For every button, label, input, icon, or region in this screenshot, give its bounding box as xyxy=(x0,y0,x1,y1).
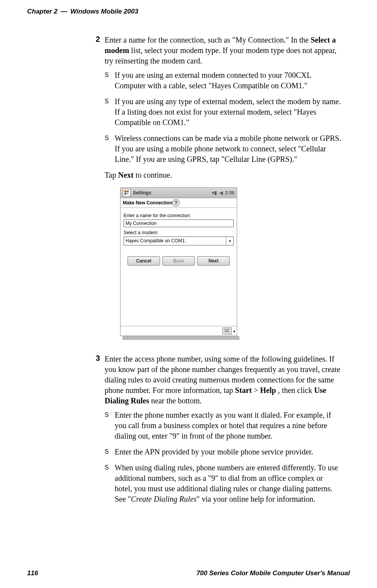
mock-titlebar: Settings ▾▮ ◀ 2:06 xyxy=(121,188,237,198)
connection-name-input[interactable] xyxy=(124,219,234,227)
step-3: 3 Enter the access phone number, using s… xyxy=(89,354,342,510)
help-icon[interactable]: ? xyxy=(172,199,180,207)
step-2-bullet-2: If you are using any type of external mo… xyxy=(105,96,342,128)
mock-subtitle-bar: Make New Connection ? xyxy=(121,198,237,208)
running-header: Chapter 2 — Windows Mobile 2003 xyxy=(27,8,350,15)
footer-title: 700 Series Color Mobile Computer User's … xyxy=(196,569,350,577)
step-3-bullet-3: When using dialing rules, phone numbers … xyxy=(105,463,342,504)
svg-rect-0 xyxy=(124,190,126,192)
step-2-number: 2 xyxy=(89,35,105,351)
next-button[interactable]: Next xyxy=(197,256,230,266)
modem-select-value: Hayes Compatible on COM1: xyxy=(124,237,226,245)
start-flag-icon[interactable] xyxy=(123,189,131,197)
mock-modem-label: Select a modem: xyxy=(124,230,234,236)
menu-up-icon[interactable]: ▴ xyxy=(233,328,235,334)
svg-rect-6 xyxy=(226,329,227,330)
back-button: Back xyxy=(162,256,195,266)
svg-rect-5 xyxy=(225,329,226,330)
cancel-button[interactable]: Cancel xyxy=(127,256,160,266)
svg-rect-8 xyxy=(228,329,229,330)
mock-subtitle: Make New Connection xyxy=(123,200,172,206)
speaker-icon[interactable]: ◀ xyxy=(219,190,223,196)
svg-rect-1 xyxy=(127,190,129,192)
modem-select[interactable]: Hayes Compatible on COM1: ▾ xyxy=(124,237,234,245)
page-number: 116 xyxy=(27,569,38,577)
screenshot: Settings ▾▮ ◀ 2:06 Make New Connection ? xyxy=(120,187,236,340)
svg-rect-9 xyxy=(225,331,229,332)
step-2-outro: Tap Next to continue. xyxy=(105,170,342,180)
step-3-bullet-1: Enter the phone number exactly as you wa… xyxy=(105,410,342,441)
mock-title: Settings xyxy=(133,190,151,196)
header-title: Windows Mobile 2003 xyxy=(70,8,138,15)
signal-icon[interactable]: ▾▮ xyxy=(212,190,217,196)
header-chapter: Chapter 2 xyxy=(27,8,57,15)
step-2-bullet-3: Wireless connections can be made via a m… xyxy=(105,133,342,165)
svg-rect-7 xyxy=(227,329,228,330)
chevron-down-icon[interactable]: ▾ xyxy=(226,237,233,245)
svg-rect-2 xyxy=(124,193,126,195)
keyboard-icon[interactable] xyxy=(222,327,232,334)
running-footer: 116 700 Series Color Mobile Computer Use… xyxy=(27,569,350,577)
mock-footer-bar: ▴ xyxy=(121,326,237,336)
mock-name-label: Enter a name for the connection: xyxy=(124,213,234,219)
step-2-intro: Enter a name for the connection, such as… xyxy=(105,35,342,66)
step-3-intro: Enter the access phone number, using som… xyxy=(105,354,342,406)
step-2: 2 Enter a name for the connection, such … xyxy=(89,35,342,351)
step-3-bullet-2: Enter the APN provided by your mobile ph… xyxy=(105,447,342,457)
svg-rect-3 xyxy=(127,193,129,195)
clock-text[interactable]: 2:06 xyxy=(225,190,234,196)
header-separator: — xyxy=(60,8,67,15)
step-3-number: 3 xyxy=(89,354,105,510)
step-2-bullet-1: If you are using an external modem conne… xyxy=(105,70,342,91)
